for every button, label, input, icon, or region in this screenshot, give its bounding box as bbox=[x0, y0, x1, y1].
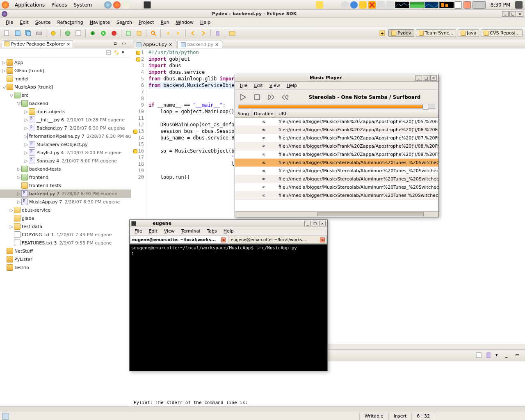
ext-tools-button[interactable] bbox=[110, 29, 119, 38]
prev-track-button[interactable] bbox=[267, 93, 275, 101]
term-menu-tabs[interactable]: Tabs bbox=[203, 228, 220, 234]
music-player-titlebar[interactable]: Music Player _ ▢ × bbox=[235, 74, 438, 82]
perspective-team-sync-[interactable]: Team Sync... bbox=[416, 29, 457, 37]
tray-icon[interactable] bbox=[341, 1, 349, 9]
play-button[interactable] bbox=[239, 93, 247, 101]
close-tab-icon[interactable]: × bbox=[215, 42, 219, 47]
bottom-scrollbar-h[interactable] bbox=[131, 406, 525, 412]
tree-item[interactable]: ▷__init__.py 62/10/07 10:28 PM eugene bbox=[0, 116, 131, 124]
tree-item[interactable]: ▷MusicServiceObject.py bbox=[0, 140, 131, 148]
minimize-view-button[interactable]: ▫ bbox=[114, 41, 120, 47]
mp-menu-edit[interactable]: Edit bbox=[251, 83, 266, 88]
maximize-view-button[interactable]: ▭ bbox=[122, 41, 128, 47]
pin-console-icon[interactable] bbox=[486, 352, 492, 359]
menu-help[interactable]: Help bbox=[197, 20, 214, 25]
debug-button[interactable] bbox=[88, 29, 97, 38]
terminal-tab[interactable]: eugene@emarcotte: ~/local/works...× bbox=[229, 236, 327, 244]
perspective-pydev[interactable]: Pydev bbox=[388, 29, 414, 37]
tree-item[interactable]: PyLister bbox=[0, 255, 131, 263]
playlist-row[interactable]: ∞file:///media/bigger/Music/Stereolab/Al… bbox=[235, 167, 438, 175]
open-type-button[interactable] bbox=[74, 29, 83, 38]
terminal-tab[interactable]: eugene@emarcotte: ~/local/works...× bbox=[130, 236, 228, 244]
progress-slider[interactable] bbox=[238, 105, 435, 109]
perspective-java[interactable]: Java bbox=[458, 29, 479, 37]
console-icon[interactable] bbox=[476, 352, 482, 359]
menu-edit[interactable]: Edit bbox=[16, 20, 32, 25]
tree-item[interactable]: ▷Backend.py 72/28/07 6:30 PM eugene bbox=[0, 124, 131, 132]
volume-icon[interactable] bbox=[386, 1, 394, 9]
build-button[interactable] bbox=[49, 29, 58, 38]
menu-search[interactable]: Search bbox=[113, 20, 135, 25]
tree-item[interactable]: ▷InformationPipeline.py 72/28/07 6:30 PM… bbox=[0, 132, 131, 140]
globe-icon[interactable] bbox=[104, 1, 112, 9]
playlist-row[interactable]: ∞file:///media/bigger/Music/Stereolab/Al… bbox=[235, 192, 438, 200]
mp-scrollbar-h[interactable] bbox=[235, 211, 438, 217]
new-button[interactable] bbox=[2, 29, 11, 38]
col-duration[interactable]: Duration bbox=[251, 110, 276, 117]
search-tray-icon[interactable] bbox=[377, 1, 385, 9]
gnome-menu-places[interactable]: Places bbox=[48, 2, 70, 8]
minimize-button[interactable]: _ bbox=[502, 11, 509, 17]
workspace-icon[interactable] bbox=[472, 1, 486, 9]
playlist-row[interactable]: ∞file:///media/bigger/Music/Frank%20Zapp… bbox=[235, 134, 438, 142]
playlist-row[interactable]: ∞file:///media/bigger/Music/Frank%20Zapp… bbox=[235, 118, 438, 126]
workspace-icon[interactable] bbox=[463, 1, 471, 9]
close-button[interactable]: × bbox=[517, 11, 523, 17]
folder-button[interactable] bbox=[228, 29, 237, 38]
close-tab-icon[interactable]: × bbox=[221, 237, 226, 242]
mp-maximize-button[interactable]: ▢ bbox=[423, 75, 429, 81]
tray-x-icon[interactable] bbox=[368, 1, 376, 9]
tree-item[interactable]: NetStuff bbox=[0, 247, 131, 255]
close-icon[interactable]: × bbox=[67, 42, 70, 46]
menu-file[interactable]: File bbox=[2, 20, 16, 25]
gnome-menu-system[interactable]: System bbox=[70, 2, 95, 8]
new-class-button[interactable] bbox=[124, 29, 133, 38]
tree-item[interactable]: ▷backend.py 72/28/07 6:30 PM eugene bbox=[0, 189, 131, 198]
playlist-row[interactable]: ∞file:///media/bigger/Music/Frank%20Zapp… bbox=[235, 126, 438, 134]
tree-item[interactable]: ▷Song.py 42/10/07 8:00 PM eugene bbox=[0, 157, 131, 165]
notes-icon[interactable] bbox=[316, 1, 323, 9]
explorer-tab[interactable]: Pydev Package Explorer × bbox=[2, 40, 73, 48]
tree-item[interactable]: FEATURES.txt 32/9/07 9:53 PM eugene bbox=[0, 239, 131, 247]
tray-icon[interactable] bbox=[350, 1, 358, 9]
col-song[interactable]: Song bbox=[235, 110, 251, 117]
term-menu-view[interactable]: View bbox=[161, 228, 178, 234]
terminal-launcher-icon[interactable] bbox=[144, 1, 151, 9]
mp-minimize-button[interactable]: _ bbox=[415, 75, 422, 81]
menu-navigate[interactable]: Navigate bbox=[87, 20, 113, 25]
net-applet[interactable] bbox=[425, 2, 438, 8]
panel-clock[interactable]: 8:30 PM bbox=[491, 2, 510, 8]
menu-run[interactable]: Run bbox=[158, 20, 173, 25]
next-annot-button[interactable] bbox=[174, 29, 183, 38]
mp-menu-help[interactable]: Help bbox=[283, 83, 300, 88]
playlist-row[interactable]: ∞file:///media/bigger/Music/Stereolab/Al… bbox=[235, 159, 438, 167]
shutdown-icon[interactable] bbox=[515, 1, 523, 9]
evolution-icon[interactable] bbox=[122, 1, 130, 9]
min-icon[interactable]: _ bbox=[505, 352, 512, 359]
term-menu-help[interactable]: Help bbox=[220, 228, 237, 234]
view-menu-button[interactable]: ▾ bbox=[122, 50, 128, 56]
mp-menu-view[interactable]: View bbox=[266, 83, 283, 88]
maximize-button[interactable]: ▢ bbox=[509, 11, 516, 17]
firefox-icon[interactable] bbox=[113, 1, 121, 9]
term-menu-file[interactable]: File bbox=[131, 228, 145, 234]
tree-item[interactable]: ▷GlFoo [trunk] bbox=[0, 66, 131, 75]
term-minimize-button[interactable]: _ bbox=[304, 221, 311, 226]
terminal-body[interactable]: seugene@emarcotte:~/local/workspace/Musi… bbox=[130, 244, 327, 371]
workspace-icon[interactable] bbox=[454, 1, 462, 9]
playlist-row[interactable]: ∞file:///media/bigger/Music/Frank%20Zapp… bbox=[235, 142, 438, 151]
external-button[interactable] bbox=[63, 29, 72, 38]
tree-item[interactable]: ▷backend-tests bbox=[0, 165, 131, 173]
display-selected-icon[interactable]: ▾ bbox=[495, 352, 502, 359]
next-track-button[interactable] bbox=[281, 93, 289, 101]
mp-menu-file[interactable]: File bbox=[237, 83, 251, 88]
pin-button[interactable] bbox=[213, 29, 222, 38]
tree-item[interactable]: ▷frontend bbox=[0, 173, 131, 181]
max-icon[interactable]: ▭ bbox=[515, 352, 522, 359]
tree-item[interactable]: ▽MusicApp [trunk] bbox=[0, 83, 131, 91]
terminal-titlebar[interactable]: eugene _ ▢ × bbox=[130, 220, 327, 227]
print-button[interactable] bbox=[34, 29, 43, 38]
collapse-all-button[interactable] bbox=[105, 50, 112, 56]
back-button[interactable] bbox=[188, 29, 197, 38]
editor-tab[interactable]: backend.py× bbox=[177, 41, 223, 48]
